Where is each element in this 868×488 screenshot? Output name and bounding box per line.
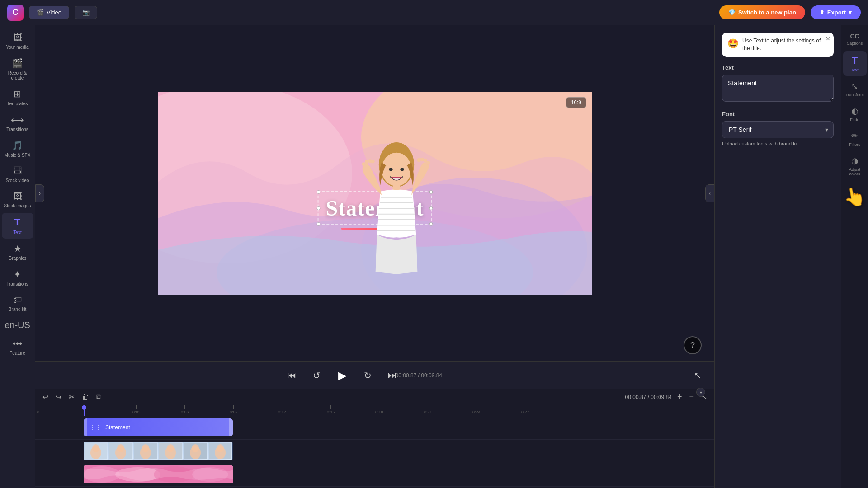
collapse-right-button[interactable]: ‹ — [705, 184, 714, 202]
topbar: C 🎬 Video 📷 💎 Switch to a new plan ⬆ Exp… — [0, 0, 868, 25]
person-figure — [342, 141, 451, 295]
timeline-tracks: 0 0:03 0:06 — [35, 405, 714, 488]
help-button[interactable]: ? — [684, 336, 702, 354]
resize-handle-bl[interactable] — [317, 222, 321, 226]
forward-button[interactable]: ↻ — [360, 368, 375, 383]
right-icon-transform[interactable]: ⤡ Transform — [843, 78, 867, 101]
sidebar-item-stock-video[interactable]: 🎞 Stock video — [2, 162, 33, 187]
camera-tab[interactable]: 📷 — [75, 6, 97, 19]
font-select-wrapper: PT Serif Arial Georgia Helvetica Times N… — [722, 121, 834, 138]
svg-point-21 — [371, 160, 374, 163]
sidebar-item-stock-images[interactable]: 🖼 Stock images — [2, 188, 33, 212]
text-track-row: ⋮⋮ Statement — [35, 416, 714, 440]
timeline-toolbar: ↩ ↪ ✂ 🗑 ⧉ 00:00.87 / 00:09.84 + − ⤡ — [35, 389, 714, 405]
hint-close-button[interactable]: × — [826, 35, 830, 42]
right-icon-adjust-colors[interactable]: ◑ Adjust colors — [843, 152, 867, 180]
brand-icon: 🏷 — [13, 295, 22, 305]
upload-custom-fonts-link[interactable]: Upload custom fonts with brand kit — [722, 141, 834, 146]
transitions2-icon: ✦ — [14, 269, 21, 280]
sidebar-label-templates: Templates — [7, 101, 28, 106]
font-section-title: Font — [722, 111, 834, 117]
sidebar-item-graphics[interactable]: ★ Graphics — [2, 239, 33, 264]
sidebar-item-transitions2[interactable]: ✦ Transitions — [2, 265, 33, 290]
right-icon-text[interactable]: T Text — [843, 51, 867, 76]
right-icon-fade[interactable]: ◐ Fade — [843, 103, 867, 126]
text-input[interactable] — [722, 75, 834, 102]
text-sidebar-icon: T — [14, 216, 20, 228]
rewind-button[interactable]: ↺ — [309, 368, 324, 383]
expand-canvas-button[interactable]: ⤡ — [690, 368, 705, 383]
stock-video-icon: 🎞 — [13, 166, 22, 176]
timeline-ruler: 0 0:03 0:06 — [35, 405, 714, 416]
bg-track-row — [35, 463, 714, 487]
hint-box: 🤩 Use Text to adjust the settings of the… — [722, 33, 834, 57]
captions-label: Captions — [847, 41, 863, 46]
video-thumb-4 — [158, 442, 183, 460]
undo-button[interactable]: ↩ — [41, 392, 50, 402]
sidebar-item-templates[interactable]: ⊞ Templates — [2, 85, 33, 110]
ruler-mark-0: 0 — [37, 405, 39, 414]
cut-button[interactable]: ✂ — [67, 392, 76, 402]
text-right-label: Text — [851, 68, 859, 72]
text-section-title: Text — [722, 64, 834, 71]
video-thumb-2 — [108, 442, 133, 460]
right-icon-sidebar: CC Captions T Text ⤡ Transform ◐ Fade ✏ … — [841, 25, 868, 488]
sidebar-item-brand[interactable]: 🏷 Brand kit — [2, 291, 33, 315]
sidebar-label-record-create: Record &create — [8, 70, 27, 80]
controls-bar: ⏮ ↺ ▶ ↻ ⏭ 00:00.87 / 00:09.84 ⤡ — [35, 361, 714, 389]
text-track[interactable]: ⋮⋮ Statement — [84, 418, 233, 436]
playhead[interactable] — [84, 405, 85, 416]
upload-fonts-text: Upload custom fonts — [722, 141, 767, 146]
svg-point-7 — [382, 153, 411, 186]
sidebar-label-transitions2: Transitions — [6, 282, 28, 286]
sidebar-item-text[interactable]: T Text — [2, 213, 33, 239]
ruler-mark-024: 0:24 — [472, 405, 481, 414]
delete-button[interactable]: 🗑 — [80, 392, 91, 402]
export-button[interactable]: ⬆ Export ▾ — [811, 5, 861, 19]
right-icon-filters[interactable]: ✏ Filters — [843, 127, 867, 150]
sidebar-item-more[interactable]: ••• Feature — [2, 335, 33, 359]
play-button[interactable]: ▶ — [333, 366, 351, 385]
main-layout: 🖼 Your media 🎬 Record &create ⊞ Template… — [0, 25, 868, 488]
sidebar-item-your-media[interactable]: 🖼 Your media — [2, 29, 33, 53]
redo-button[interactable]: ↪ — [54, 392, 63, 402]
sidebar-label-stock-images: Stock images — [4, 203, 31, 208]
svg-point-37 — [167, 444, 174, 452]
export-label: Export — [827, 9, 846, 16]
tab-video[interactable]: 🎬 Video — [29, 6, 69, 19]
export-icon: ⬆ — [820, 9, 825, 16]
timeline-collapse-button[interactable]: ▾ — [696, 388, 705, 397]
switch-plan-button[interactable]: 💎 Switch to a new plan — [719, 5, 805, 19]
bg-track[interactable] — [84, 465, 233, 483]
font-select[interactable]: PT Serif Arial Georgia Helvetica Times N… — [722, 121, 834, 138]
collapse-left-button[interactable]: › — [35, 184, 44, 202]
sidebar-label-stock-video: Stock video — [6, 178, 29, 183]
cursor-indicator-area: 👆 — [841, 186, 868, 213]
skip-start-button[interactable]: ⏮ — [284, 368, 300, 382]
video-track-row — [35, 440, 714, 463]
sidebar-item-record-create[interactable]: 🎬 Record &create — [2, 54, 33, 84]
sidebar-item-feature[interactable]: en-US — [2, 316, 33, 334]
track-handle-right[interactable] — [229, 418, 233, 436]
adjust-colors-icon: ◑ — [851, 156, 859, 166]
sidebar-label-transitions: Transitions — [6, 127, 28, 132]
svg-point-8 — [389, 168, 393, 171]
svg-point-24 — [420, 158, 424, 161]
timeline-zoom-out[interactable]: − — [687, 391, 696, 403]
resize-handle-ml[interactable] — [317, 206, 321, 210]
track-handle-left[interactable] — [84, 418, 87, 436]
sidebar-label-text: Text — [13, 230, 21, 235]
sidebar-item-transitions[interactable]: ⟷ Transitions — [2, 111, 33, 136]
svg-point-43 — [217, 444, 224, 452]
aspect-ratio-badge: 16:9 — [566, 97, 586, 108]
duplicate-button[interactable]: ⧉ — [94, 392, 103, 402]
sidebar-item-music-sfx[interactable]: 🎵 Music & SFX — [2, 136, 33, 161]
timecode-display: 00:00.87 / 00:09.84 — [396, 372, 442, 379]
video-track[interactable] — [84, 442, 233, 460]
feature-icon: en-US — [5, 320, 30, 330]
timeline-zoom-in[interactable]: + — [675, 391, 684, 403]
timeline-timecode: 00:00.87 / 00:09.84 — [625, 394, 672, 400]
right-icon-captions[interactable]: CC Captions — [843, 29, 867, 49]
resize-handle-tl[interactable] — [317, 190, 321, 194]
cursor-hand-icon: 👆 — [840, 184, 868, 210]
